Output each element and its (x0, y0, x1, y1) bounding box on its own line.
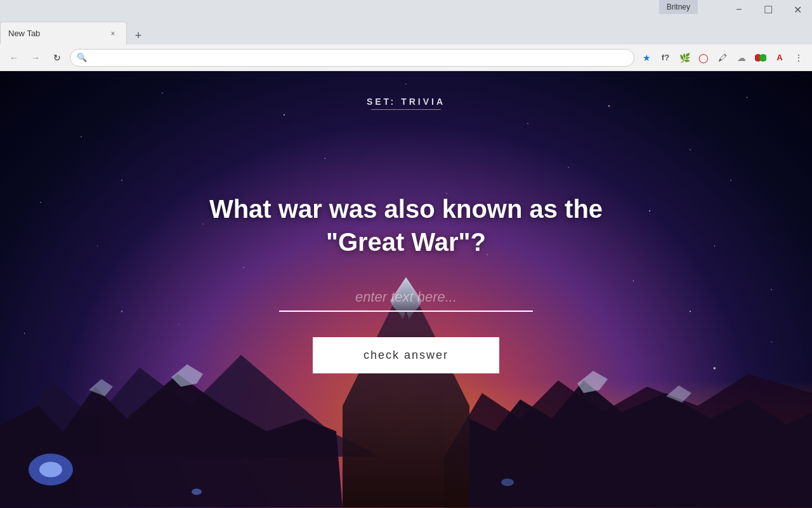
active-tab[interactable]: New Tab × (0, 22, 127, 44)
title-bar: Britney − ☐ ✕ (0, 0, 812, 19)
user-profile: Britney (659, 0, 698, 14)
bookmark-icon[interactable]: ★ (638, 50, 655, 66)
check-answer-button[interactable]: check answer (313, 337, 499, 373)
content-overlay: SET: TRIVIA What war was also known as t… (0, 71, 812, 508)
tab-close-button[interactable]: × (107, 28, 119, 39)
extension-icons: ★ f? 🌿 ◯ 🖍 ☁ A ⋮ (638, 50, 807, 66)
toggle-icon[interactable] (752, 50, 769, 66)
set-label: SET: TRIVIA (367, 97, 445, 107)
feather-icon[interactable]: 🌿 (676, 50, 693, 66)
reload-button[interactable]: ↻ (48, 49, 66, 67)
set-name: TRIVIA (401, 97, 445, 107)
dropper-icon[interactable]: 🖍 (714, 50, 731, 66)
minimize-button[interactable]: − (724, 0, 754, 19)
search-icon: 🔍 (77, 53, 87, 62)
menu-icon[interactable]: ⋮ (790, 50, 807, 66)
cloud-icon[interactable]: ☁ (733, 50, 750, 66)
set-underline (371, 109, 441, 110)
window-controls: − ☐ ✕ (724, 0, 812, 19)
tab-bar: New Tab × + (0, 19, 812, 44)
page-content: SET: TRIVIA What war was also known as t… (0, 71, 812, 508)
toolbar: ← → ↻ 🔍 ★ f? 🌿 ◯ 🖍 ☁ A ⋮ (0, 44, 812, 71)
back-button[interactable]: ← (5, 49, 23, 67)
tab-title: New Tab (8, 29, 102, 38)
maximize-button[interactable]: ☐ (754, 0, 783, 19)
search-input[interactable] (91, 53, 627, 62)
close-button[interactable]: ✕ (783, 0, 812, 19)
question-text: What war was also known as the "Great Wa… (190, 192, 622, 258)
opera-icon[interactable]: ◯ (695, 50, 712, 66)
extensions-icon[interactable]: f? (657, 50, 674, 66)
accessibility-icon[interactable]: A (771, 50, 788, 66)
username-label: Britney (667, 3, 690, 11)
address-bar[interactable]: 🔍 (70, 49, 634, 67)
answer-input[interactable] (279, 284, 533, 312)
new-tab-button[interactable]: + (129, 27, 147, 44)
forward-button[interactable]: → (27, 49, 44, 67)
